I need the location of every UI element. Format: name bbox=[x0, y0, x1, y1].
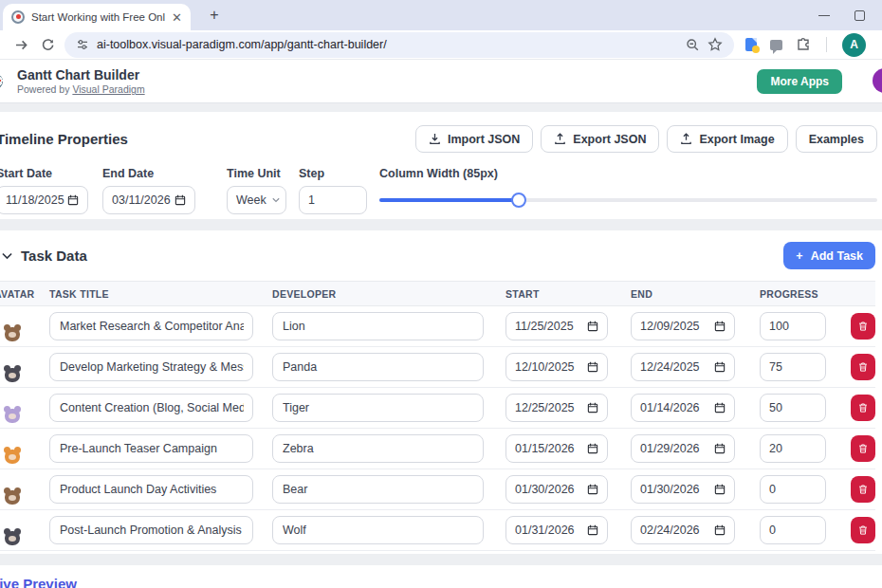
import-json-button[interactable]: Import JSON bbox=[415, 125, 533, 153]
delete-task-button[interactable] bbox=[851, 517, 875, 543]
start-value: 12/10/2025 bbox=[515, 360, 587, 374]
task-title-input[interactable]: Product Launch Day Activities bbox=[49, 475, 253, 504]
progress-input[interactable]: 0 bbox=[760, 516, 826, 544]
more-apps-button[interactable]: More Apps bbox=[757, 69, 842, 94]
column-width-label: Column Width (85px) bbox=[379, 167, 877, 180]
extension-chat-icon[interactable] bbox=[770, 40, 782, 50]
tab-close-icon[interactable]: ✕ bbox=[172, 11, 182, 24]
progress-input[interactable]: 100 bbox=[760, 312, 826, 340]
url-bar[interactable]: ai-toolbox.visual-paradigm.com/app/gantt… bbox=[64, 32, 734, 58]
calendar-icon[interactable] bbox=[714, 484, 726, 495]
end-date-input[interactable]: 12/09/2025 bbox=[631, 312, 735, 340]
end-date-input[interactable]: 01/29/2026 bbox=[631, 434, 735, 463]
calendar-icon[interactable] bbox=[587, 443, 598, 454]
start-date-input[interactable]: 01/15/2026 bbox=[505, 434, 608, 463]
delete-task-button[interactable] bbox=[851, 476, 875, 503]
calendar-icon[interactable] bbox=[175, 194, 186, 206]
task-title-input[interactable]: Post-Launch Promotion & Analysis bbox=[49, 516, 253, 544]
reload-button[interactable] bbox=[34, 31, 61, 58]
add-task-button[interactable]: + Add Task bbox=[783, 242, 875, 269]
calendar-icon[interactable] bbox=[587, 402, 598, 413]
end-date-input[interactable]: 01/30/2026 bbox=[631, 475, 735, 504]
task-title-input[interactable]: Develop Marketing Strategy & Messaging bbox=[49, 353, 253, 381]
zoom-out-icon[interactable] bbox=[686, 38, 700, 52]
calendar-icon[interactable] bbox=[714, 321, 726, 332]
end-date-input[interactable]: 02/24/2026 bbox=[631, 516, 735, 544]
developer-input[interactable]: Bear bbox=[272, 475, 484, 504]
table-header-row: AVATAR TASK TITLE DEVELOPER START END PR… bbox=[0, 281, 875, 306]
calendar-icon[interactable] bbox=[587, 361, 598, 373]
start-value: 11/25/2025 bbox=[515, 320, 587, 333]
task-title-input[interactable]: Content Creation (Blog, Social Media, Vi… bbox=[49, 394, 253, 422]
site-settings-icon[interactable] bbox=[76, 38, 89, 51]
progress-input[interactable]: 0 bbox=[760, 475, 826, 504]
end-date-input[interactable]: 01/14/2026 bbox=[631, 394, 735, 422]
visual-paradigm-link[interactable]: Visual Paradigm bbox=[72, 83, 144, 95]
bookmark-star-icon[interactable] bbox=[707, 37, 723, 52]
window-maximize-button[interactable] bbox=[854, 10, 865, 21]
step-input[interactable]: 1 bbox=[299, 186, 367, 214]
progress-input[interactable]: 75 bbox=[760, 353, 826, 381]
developer-input[interactable]: Zebra bbox=[272, 434, 484, 463]
start-date-input[interactable]: 11/25/2025 bbox=[505, 312, 608, 340]
browser-tab[interactable]: Start Working with Free Online ✕ bbox=[3, 4, 191, 30]
start-date-input[interactable]: 12/25/2025 bbox=[505, 394, 608, 422]
slider-thumb[interactable] bbox=[511, 193, 526, 208]
forward-button[interactable] bbox=[8, 31, 34, 58]
delete-task-button[interactable] bbox=[851, 354, 875, 380]
browser-profile-avatar[interactable]: A bbox=[842, 33, 866, 57]
delete-task-button[interactable] bbox=[851, 395, 875, 421]
developer-value: Bear bbox=[283, 483, 474, 496]
developer-input[interactable]: Lion bbox=[272, 312, 484, 340]
extensions-puzzle-icon[interactable] bbox=[796, 37, 811, 52]
start-date-input[interactable]: 01/31/2026 bbox=[505, 516, 608, 544]
column-width-slider[interactable] bbox=[379, 186, 877, 214]
collapse-chevron-icon[interactable] bbox=[2, 252, 12, 260]
browser-tabbar: Start Working with Free Online ✕ + bbox=[0, 0, 882, 30]
calendar-icon[interactable] bbox=[714, 361, 726, 373]
calendar-icon[interactable] bbox=[714, 524, 726, 536]
task-title-input[interactable]: Market Research & Competitor Analysis bbox=[49, 312, 253, 340]
new-tab-button[interactable]: + bbox=[205, 6, 224, 25]
examples-button[interactable]: Examples bbox=[796, 125, 877, 153]
progress-input[interactable]: 50 bbox=[760, 394, 826, 422]
calendar-icon[interactable] bbox=[587, 321, 598, 332]
calendar-icon[interactable] bbox=[714, 402, 726, 413]
end-date-input[interactable]: 12/24/2025 bbox=[631, 353, 735, 381]
start-date-input[interactable]: 01/30/2026 bbox=[505, 475, 608, 504]
window-minimize-button[interactable] bbox=[818, 15, 830, 16]
export-image-button[interactable]: Export Image bbox=[667, 125, 787, 153]
delete-task-button[interactable] bbox=[851, 435, 875, 462]
time-unit-select[interactable]: Week bbox=[227, 186, 286, 214]
export-image-label: Export Image bbox=[699, 133, 774, 146]
developer-input[interactable]: Panda bbox=[272, 353, 484, 381]
developer-value: Tiger bbox=[283, 401, 474, 414]
start-date-input[interactable]: 12/10/2025 bbox=[505, 353, 608, 381]
upload-icon bbox=[554, 133, 566, 145]
app-profile-avatar[interactable] bbox=[873, 68, 882, 93]
plus-icon: + bbox=[796, 249, 802, 263]
developer-value: Panda bbox=[283, 360, 474, 374]
developer-value: Zebra bbox=[283, 442, 474, 455]
delete-task-button[interactable] bbox=[851, 313, 875, 340]
slider-track[interactable] bbox=[379, 198, 877, 202]
calendar-icon[interactable] bbox=[587, 484, 598, 495]
developer-input[interactable]: Tiger bbox=[272, 394, 484, 422]
url-text: ai-toolbox.visual-paradigm.com/app/gantt… bbox=[97, 38, 678, 51]
calendar-icon[interactable] bbox=[67, 194, 79, 206]
task-title-input[interactable]: Pre-Launch Teaser Campaign bbox=[49, 434, 253, 463]
calendar-icon[interactable] bbox=[587, 524, 598, 536]
start-date-input[interactable]: 11/18/2025 bbox=[0, 186, 88, 214]
end-date-input[interactable]: 03/11/2026 bbox=[102, 186, 195, 214]
developer-input[interactable]: Wolf bbox=[272, 516, 484, 544]
extension-docs-icon[interactable] bbox=[745, 38, 757, 51]
col-start: START bbox=[505, 288, 608, 300]
progress-input[interactable]: 20 bbox=[760, 434, 826, 463]
export-json-button[interactable]: Export JSON bbox=[541, 125, 659, 153]
start-value: 12/25/2025 bbox=[515, 401, 587, 414]
time-unit-value: Week bbox=[236, 193, 266, 207]
trash-icon bbox=[857, 443, 869, 454]
slider-fill bbox=[379, 198, 519, 202]
calendar-icon[interactable] bbox=[714, 443, 726, 454]
live-preview-heading: Live Preview bbox=[0, 576, 882, 588]
